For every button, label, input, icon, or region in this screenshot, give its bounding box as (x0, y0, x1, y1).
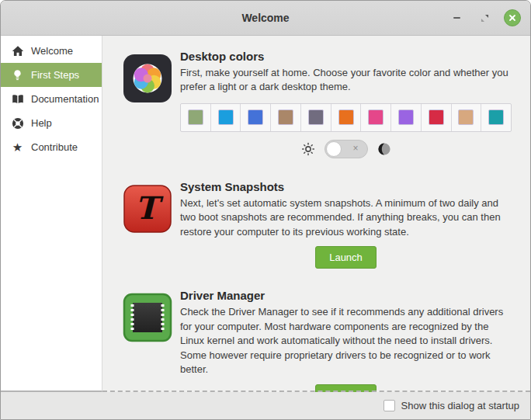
color-swatch-grey[interactable] (301, 104, 331, 131)
color-swatch-teal[interactable] (481, 104, 511, 131)
close-button[interactable] (504, 9, 521, 26)
color-swatch-sand[interactable] (452, 104, 482, 131)
close-icon (508, 14, 516, 22)
sidebar-item-help[interactable]: Help (1, 111, 102, 135)
sidebar-item-welcome[interactable]: Welcome (1, 39, 102, 63)
dark-theme-switch[interactable]: × (324, 140, 368, 158)
section-desktop-colors: Desktop colors First, make yourself at h… (123, 50, 512, 160)
launch-timeshift-button[interactable]: Launch (315, 246, 377, 269)
home-icon (11, 44, 24, 57)
window-controls (448, 1, 521, 35)
theme-toggle-row: × (180, 138, 512, 160)
color-swatch-square-teal (488, 109, 504, 125)
show-at-startup-checkbox[interactable] (384, 400, 395, 411)
restore-icon (481, 14, 489, 23)
minimize-icon (453, 17, 460, 19)
color-swatch-square-blue (248, 109, 263, 125)
welcome-window: Welcome WelcomeFirst StepsDocumentationH… (0, 0, 531, 420)
color-swatch-aqua[interactable] (211, 104, 241, 131)
color-swatch-blue[interactable] (241, 104, 271, 131)
titlebar[interactable]: Welcome (1, 1, 530, 36)
lifering-icon (11, 116, 24, 130)
lightbulb-icon (11, 68, 24, 82)
color-swatch-purple[interactable] (391, 104, 422, 131)
light-theme-sun-icon (301, 142, 315, 156)
minimize-button[interactable] (448, 9, 465, 26)
sidebar: WelcomeFirst StepsDocumentationHelp★Cont… (1, 36, 102, 392)
sidebar-item-label: Welcome (31, 45, 73, 57)
sidebar-item-documentation[interactable]: Documentation (1, 87, 102, 111)
color-swatch-green[interactable] (181, 104, 211, 131)
dark-theme-moon-icon (377, 142, 391, 156)
scroll-undershoot-indicator (102, 390, 530, 392)
color-swatch-square-pink (368, 109, 384, 125)
color-swatch-bar (180, 103, 512, 132)
sidebar-item-contribute[interactable]: ★Contribute (1, 135, 102, 159)
sidebar-item-first-steps[interactable]: First Steps (1, 63, 102, 87)
section-body: Next, let's set automatic system snapsho… (180, 196, 512, 239)
section-title: Driver Manager (180, 289, 512, 302)
color-swatch-square-sand (458, 109, 474, 125)
show-at-startup-label: Show this dialog at startup (401, 400, 519, 411)
color-swatch-square-purple (398, 109, 414, 125)
color-swatch-orange[interactable] (331, 104, 362, 131)
timeshift-app-icon: T (123, 184, 172, 269)
sidebar-item-label: First Steps (31, 69, 79, 81)
section-system-snapshots: T System Snapshots Next, let's set autom… (123, 180, 512, 269)
color-swatch-square-aqua (218, 109, 234, 125)
switch-knob (326, 141, 342, 157)
star-icon: ★ (11, 141, 24, 154)
content-area: Desktop colors First, make yourself at h… (102, 36, 530, 392)
color-swatch-square-brown (278, 109, 293, 125)
color-swatch-square-red (429, 109, 444, 125)
restore-button[interactable] (476, 9, 493, 26)
color-swatch-square-green (188, 109, 203, 125)
color-swatch-square-grey (308, 109, 324, 125)
section-body: Check the Driver Manager to see if it re… (180, 305, 512, 377)
switch-off-mark: × (352, 143, 358, 154)
driver-manager-app-icon (123, 293, 172, 392)
color-swatch-brown[interactable] (271, 104, 301, 131)
book-icon (11, 92, 24, 106)
sidebar-item-label: Help (31, 117, 52, 129)
color-swatch-square-orange (338, 109, 354, 125)
color-swatch-red[interactable] (422, 104, 452, 131)
window-body: WelcomeFirst StepsDocumentationHelp★Cont… (1, 36, 530, 392)
sidebar-item-label: Contribute (31, 141, 78, 153)
section-body: First, make yourself at home. Choose you… (180, 66, 512, 95)
color-swatch-pink[interactable] (361, 104, 391, 131)
section-title: System Snapshots (180, 180, 512, 193)
section-title: Desktop colors (180, 50, 512, 63)
footer-bar: Show this dialog at startup (1, 392, 530, 419)
desktop-colors-app-icon (123, 54, 172, 160)
sidebar-item-label: Documentation (31, 93, 99, 105)
section-driver-manager: Driver Manager Check the Driver Manager … (123, 289, 512, 392)
